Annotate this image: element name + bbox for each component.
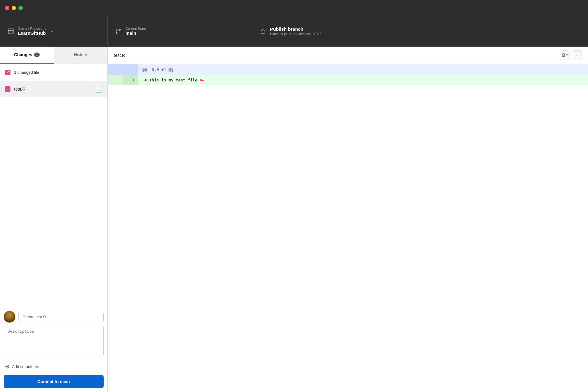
publish-sublabel: Cannot publish unborn HEAD: [270, 32, 323, 36]
publish-label: Publish branch: [270, 26, 323, 32]
gear-dropdown-button[interactable]: ⚙ ▾: [560, 50, 570, 60]
toolbar: Current Repository LearnGitHub ▾ Current…: [0, 16, 588, 47]
svg-point-3: [116, 32, 117, 33]
hunk-header: @@ -0,0 +1 @@: [108, 64, 588, 75]
add-hunk-button[interactable]: +: [572, 50, 582, 60]
publish-icon: [260, 28, 266, 35]
branch-section[interactable]: Current Branch main: [108, 16, 252, 46]
repo-dropdown-icon: ▾: [51, 29, 53, 33]
hunk-new-num: [123, 64, 138, 75]
line-number: 1: [132, 78, 135, 82]
co-author-label: Add co-authors: [12, 364, 39, 369]
tab-changes-label: Changes: [14, 52, 32, 57]
diff-line-text: # This is my test file: [145, 78, 197, 82]
diff-line-content: + # This is my test file ⊘↵: [138, 75, 588, 85]
file-added-badge: +: [96, 86, 102, 92]
file-checkmark: ✓: [6, 87, 9, 91]
avatar-image: [4, 311, 15, 323]
co-author-row[interactable]: ⊕ Add co-authors: [4, 361, 104, 372]
svg-rect-0: [8, 29, 14, 34]
commit-button[interactable]: Commit to main: [4, 375, 104, 388]
tab-history-label: History: [74, 52, 87, 57]
svg-point-4: [116, 29, 117, 30]
tabs: Changes 1 History: [0, 47, 107, 64]
hunk-header-label: @@ -0,0 +1 @@: [142, 67, 173, 72]
no-newline-icon: ⊘↵: [200, 78, 204, 82]
hunk-header-text: @@ -0,0 +1 @@: [138, 64, 588, 75]
diff-filename: test.R: [114, 53, 560, 58]
co-author-icon: ⊕: [5, 363, 10, 370]
hunk-old-num: [108, 64, 123, 75]
branch-icon: [115, 28, 122, 35]
changed-files-count: 1 changed file: [14, 70, 39, 75]
repo-value: LearnGitHub: [18, 30, 46, 36]
avatar: [4, 311, 15, 323]
left-panel: Changes 1 History ✓ 1 changed file ✓ tes…: [0, 47, 108, 392]
main-area: Changes 1 History ✓ 1 changed file ✓ tes…: [0, 47, 588, 392]
branch-value: main: [125, 30, 149, 36]
repo-icon: [7, 28, 14, 35]
traffic-lights: [5, 6, 23, 10]
minimize-button[interactable]: [12, 6, 16, 10]
gear-dropdown-icon: ▾: [566, 53, 568, 57]
repo-section[interactable]: Current Repository LearnGitHub ▾: [0, 16, 108, 46]
gear-icon: ⚙: [561, 52, 566, 58]
plus-icon: +: [575, 53, 578, 58]
right-panel: test.R ⚙ ▾ + @@ -0,0 +1 @@: [108, 47, 588, 392]
all-files-checkmark: ✓: [6, 70, 10, 75]
changed-files-header: ✓ 1 changed file: [0, 64, 107, 81]
commit-title-input[interactable]: [18, 312, 104, 322]
diff-header: test.R ⚙ ▾ +: [108, 47, 588, 64]
tab-changes-badge: 1: [34, 53, 40, 57]
tab-history[interactable]: History: [54, 47, 108, 64]
branch-label: Current Branch: [125, 27, 149, 30]
file-list: ✓ test.R +: [0, 81, 107, 307]
commit-area: ⊕ Add co-authors Commit to main: [0, 307, 107, 392]
svg-point-5: [120, 29, 121, 30]
diff-line-added: 1 + # This is my test file ⊘↵: [108, 75, 588, 85]
diff-actions: ⚙ ▾ +: [560, 50, 582, 60]
diff-content: @@ -0,0 +1 @@ 1 + # This is my test file…: [108, 64, 588, 392]
diff-old-line-num: [108, 75, 123, 85]
file-checkbox[interactable]: ✓: [5, 86, 10, 92]
repo-text: Current Repository LearnGitHub: [18, 27, 46, 36]
diff-new-line-num: 1: [123, 75, 138, 85]
close-button[interactable]: [5, 6, 9, 10]
all-files-checkbox[interactable]: ✓: [5, 70, 10, 75]
file-item[interactable]: ✓ test.R +: [0, 81, 107, 97]
commit-description-input[interactable]: [4, 326, 104, 356]
titlebar: [0, 0, 588, 16]
publish-text: Publish branch Cannot publish unborn HEA…: [270, 26, 323, 36]
repo-label: Current Repository: [18, 27, 46, 30]
tab-changes[interactable]: Changes 1: [0, 47, 54, 64]
commit-branch: main: [60, 379, 70, 384]
publish-section[interactable]: Publish branch Cannot publish unborn HEA…: [252, 16, 588, 46]
file-name: test.R: [14, 87, 96, 92]
commit-input-row: [4, 311, 104, 323]
diff-add-prefix: +: [141, 78, 143, 82]
maximize-button[interactable]: [18, 6, 23, 10]
branch-text: Current Branch main: [125, 27, 149, 36]
